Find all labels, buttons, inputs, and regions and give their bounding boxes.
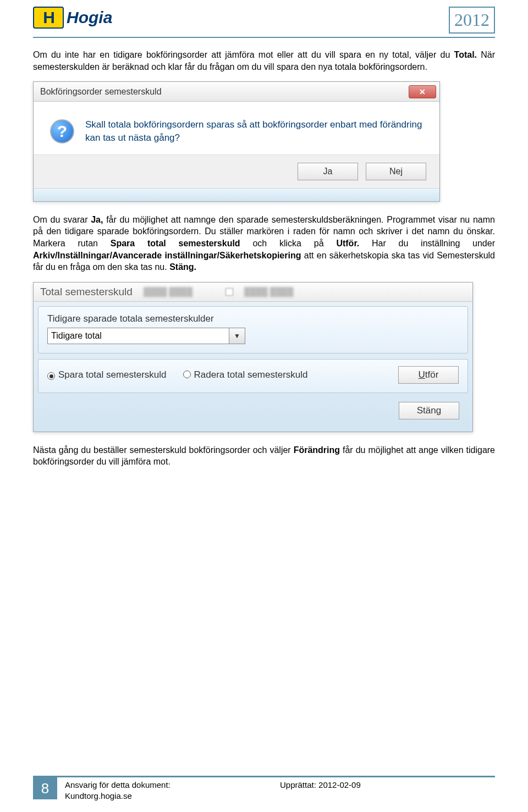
- radio-save-indicator: [47, 372, 55, 380]
- page-header: H Hogia 2012: [33, 7, 495, 38]
- dialog2-titlebar: Total semesterskuld ████ ████ ████ ████: [34, 283, 472, 302]
- radio-delete-indicator: [183, 371, 191, 378]
- paragraph-3: Nästa gång du beställer semesterskuld bo…: [33, 444, 495, 468]
- year-box: 2012: [449, 7, 495, 34]
- dialog1-question: Skall totala bokföringsordern sparas så …: [85, 118, 423, 145]
- radio-group: Spara total semesterskuld Radera total s…: [47, 369, 307, 380]
- dialog1-body: ? Skall totala bokföringsordern sparas s…: [34, 102, 439, 154]
- chevron-down-icon[interactable]: ▼: [229, 328, 245, 344]
- hogia-logo: H Hogia: [33, 7, 112, 29]
- dialog2-body: Tidigare sparade totala semesterskulder …: [34, 302, 472, 432]
- paragraph-1: Om du inte har en tidigare bokföringsord…: [33, 49, 495, 73]
- dialog1-titlebar: Bokföringsorder semesterskuld ✕: [34, 82, 439, 102]
- panel-actions: Spara total semesterskuld Radera total s…: [38, 359, 468, 393]
- close-button[interactable]: ✕: [409, 85, 436, 98]
- no-button[interactable]: Nej: [366, 163, 426, 180]
- dialog-total-semesterskuld: Total semesterskuld ████ ████ ████ ████ …: [33, 282, 473, 432]
- close-dialog2-button[interactable]: Stäng: [399, 402, 459, 419]
- dialog1-footer-strip: [34, 188, 439, 201]
- panel-tidigare: Tidigare sparade totala semesterskulder …: [38, 306, 468, 353]
- logo-mark: H: [33, 7, 64, 29]
- panel-label: Tidigare sparade totala semesterskulder: [47, 313, 459, 324]
- page-footer: 8 Ansvarig för detta dokument: Kundtorg.…: [33, 776, 495, 801]
- dialog-bokforingsorder: Bokföringsorder semesterskuld ✕ ? Skall …: [33, 81, 440, 202]
- question-icon: ?: [50, 119, 74, 143]
- radio-delete[interactable]: Radera total semesterskuld: [183, 369, 308, 380]
- dialog1-button-row: Ja Nej: [34, 154, 439, 188]
- footer-col-1: Ansvarig för detta dokument: Kundtorg.ho…: [65, 780, 280, 801]
- logo-text: Hogia: [67, 8, 112, 27]
- page-number: 8: [33, 777, 57, 799]
- dialog2-blurred-text-1: ████ ████: [144, 287, 193, 296]
- footer-col-2: Upprättat: 2012-02-09: [280, 780, 495, 801]
- yes-button[interactable]: Ja: [298, 163, 358, 180]
- logo-letter: H: [43, 8, 54, 27]
- footer-columns: Ansvarig för detta dokument: Kundtorg.ho…: [65, 780, 495, 801]
- close-icon: ✕: [419, 87, 426, 96]
- dialog2-blurred-checkbox: [226, 288, 233, 296]
- dialog2-bottom-row: Stäng: [38, 399, 468, 427]
- radio-save[interactable]: Spara total semesterskuld: [47, 369, 167, 380]
- saved-name-combo[interactable]: ▼: [47, 328, 245, 344]
- dialog2-blurred-text-2: ████ ████: [244, 287, 293, 296]
- saved-name-input[interactable]: [47, 328, 229, 344]
- execute-button[interactable]: Utför: [398, 366, 459, 384]
- dialog2-title-text: Total semesterskuld: [40, 286, 133, 298]
- paragraph-2: Om du svarar Ja, får du möjlighet att na…: [33, 214, 495, 273]
- dialog1-title-text: Bokföringsorder semesterskuld: [40, 87, 162, 97]
